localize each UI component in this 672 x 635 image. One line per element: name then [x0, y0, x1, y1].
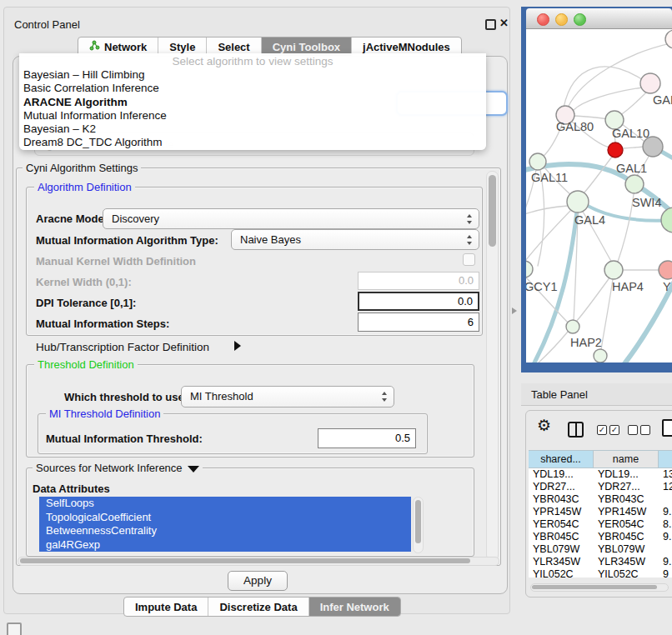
settings-horizontal-scrollbar[interactable]	[18, 557, 499, 566]
table-rows: YDL19...YDL19...13YDR27...YDR27...12YBR0…	[529, 468, 672, 578]
network-window-titlebar[interactable]	[526, 8, 672, 29]
table-row[interactable]: YLR345WYLR345W9.	[529, 556, 672, 568]
algorithm-option-aracne-algorithm[interactable]: ARACNE Algorithm	[19, 96, 486, 109]
aracne-mode-combo[interactable]: Discovery	[103, 208, 479, 229]
zoom-traffic-light-icon[interactable]	[574, 13, 586, 26]
table-row[interactable]: YIL052CYIL052C9	[529, 568, 672, 578]
mi-threshold-field[interactable]: 0.5	[318, 428, 416, 448]
network-node-gal11[interactable]	[529, 153, 546, 170]
table-cell: YBR045C	[594, 531, 659, 543]
unchecked-checkbox-icon[interactable]	[640, 425, 650, 435]
minimize-traffic-light-icon[interactable]	[555, 13, 568, 26]
algorithm-option-basic-correlation-inference[interactable]: Basic Correlation Inference	[19, 82, 486, 95]
table-cell: 12	[659, 481, 672, 493]
network-edge[interactable]	[564, 67, 643, 108]
network-edge[interactable]	[623, 147, 644, 148]
network-edge[interactable]	[601, 279, 613, 350]
network-node-y[interactable]	[659, 261, 672, 279]
network-node-gal4[interactable]	[567, 191, 589, 212]
network-node[interactable]	[643, 137, 663, 157]
settings-vertical-scrollbar[interactable]	[486, 171, 499, 561]
table-cell: YPR145W	[594, 506, 659, 518]
dpi-tolerance-field[interactable]: 0.0	[358, 292, 479, 311]
unchecked-checkbox-icon[interactable]	[628, 425, 638, 435]
attribute-item-topologicalcoefficient[interactable]: TopologicalCoefficient	[39, 511, 411, 525]
checked-checkbox-icon[interactable]: ✓	[609, 425, 619, 435]
network-edge[interactable]	[574, 116, 607, 119]
sources-group-title: Sources for Network Inference	[33, 462, 203, 473]
close-icon[interactable]: ✕	[499, 17, 509, 29]
apply-button[interactable]: Apply	[228, 571, 288, 591]
table-row[interactable]: YBR045CYBR045C9.	[529, 531, 672, 543]
tab-discretize-data[interactable]: Discretize Data	[208, 598, 308, 616]
table-row[interactable]: YDR27...YDR27...12	[529, 481, 672, 493]
dock-panel-icon[interactable]	[7, 622, 22, 635]
control-panel-title: Control Panel	[14, 18, 80, 31]
network-node-gal1[interactable]	[608, 142, 623, 158]
mi-steps-field[interactable]: 6	[358, 312, 479, 332]
table-cell: YDR27...	[529, 481, 594, 493]
network-node[interactable]	[594, 349, 607, 362]
mi-type-combo[interactable]: Naive Bayes	[231, 229, 479, 250]
table-cell: YBR043C	[529, 493, 594, 506]
document-icon[interactable]	[662, 419, 672, 437]
table-header-row: shared...nameA	[529, 450, 672, 468]
network-node[interactable]	[661, 208, 672, 232]
gear-icon[interactable]: ⚙	[537, 418, 551, 433]
network-edge[interactable]	[620, 92, 647, 115]
table-horizontal-scrollbar[interactable]	[530, 583, 669, 592]
settings-vertical-scrollbar-thumb[interactable]	[489, 175, 496, 247]
column-header-name[interactable]: name	[594, 450, 659, 468]
attribute-item-gal4rgexp[interactable]: gal4RGexp	[39, 538, 411, 552]
column-header-a[interactable]: A	[659, 450, 672, 468]
table-row[interactable]: YDL19...YDL19...13	[529, 468, 672, 481]
attributes-scrollbar-thumb[interactable]	[415, 500, 421, 543]
mi-type-value: Naive Bayes	[240, 233, 301, 246]
settings-horizontal-scrollbar-thumb[interactable]	[20, 558, 470, 563]
kernel-width-field[interactable]: 0.0	[358, 272, 479, 290]
algorithm-option-bayesian-k2[interactable]: Bayesian – K2	[19, 122, 486, 136]
network-edge[interactable]	[576, 277, 610, 322]
tab-label: Cyni Toolbox	[273, 41, 340, 53]
splitter-arrow-icon[interactable]	[512, 308, 517, 314]
network-canvas[interactable]: GALGAL80GAL10GAL1GAL11GAL4SWI4GCY1HAP4YH…	[526, 29, 672, 362]
close-traffic-light-icon[interactable]	[537, 13, 549, 26]
algorithm-option-dream8-dc-tdc-algorithm[interactable]: Dream8 DC_TDC Algorithm	[19, 136, 486, 149]
network-node-hap4[interactable]	[604, 261, 623, 279]
network-node-gcy1[interactable]	[526, 261, 533, 278]
columns-icon[interactable]	[568, 422, 584, 438]
attribute-item-selfloops[interactable]: SelfLoops	[39, 497, 411, 511]
table-horizontal-scrollbar-thumb[interactable]	[532, 585, 657, 589]
expand-arrow-icon[interactable]	[234, 341, 241, 351]
which-threshold-combo[interactable]: MI Threshold	[181, 386, 394, 408]
table-row[interactable]: YBR043CYBR043C	[529, 493, 672, 506]
collapse-arrow-icon[interactable]	[188, 466, 199, 472]
algorithm-option-mutual-information-inference[interactable]: Mutual Information Inference	[19, 109, 486, 122]
network-node-swi4[interactable]	[625, 175, 644, 193]
table-row[interactable]: YBL079WYBL079W	[529, 543, 672, 556]
table-cell: YBR045C	[529, 531, 594, 543]
column-header-shared[interactable]: shared...	[529, 450, 594, 468]
network-node-hap2[interactable]	[566, 320, 579, 333]
node-label-gal80: GAL80	[556, 120, 594, 133]
network-node-gal[interactable]	[640, 73, 660, 93]
attribute-item-betweennesscentrality[interactable]: BetweennessCentrality	[39, 524, 411, 538]
checked-checkbox-icon[interactable]: ✓	[597, 425, 607, 435]
table-cell: YBR043C	[594, 493, 659, 506]
network-edge[interactable]	[526, 206, 568, 218]
table-row[interactable]: YER054CYER054C8.	[529, 518, 672, 531]
network-node[interactable]	[665, 30, 672, 48]
manual-kernel-checkbox[interactable]	[463, 253, 475, 266]
network-edge[interactable]	[538, 170, 544, 266]
node-label-hap4: HAP4	[612, 280, 644, 293]
table-row[interactable]: YPR145WYPR145W9.	[529, 506, 672, 518]
network-edge[interactable]	[526, 211, 570, 264]
float-window-icon[interactable]	[485, 19, 496, 30]
attributes-vertical-scrollbar[interactable]	[413, 497, 424, 553]
data-attributes-list: SelfLoopsTopologicalCoefficientBetweenne…	[39, 497, 411, 552]
tab-impute-data[interactable]: Impute Data	[124, 598, 208, 616]
tab-label: Style	[169, 41, 195, 53]
tab-infer-network[interactable]: Infer Network	[309, 598, 400, 616]
network-edge[interactable]	[583, 157, 612, 194]
algorithm-option-bayesian-hill-climbing[interactable]: Bayesian – Hill Climbing	[19, 68, 486, 82]
